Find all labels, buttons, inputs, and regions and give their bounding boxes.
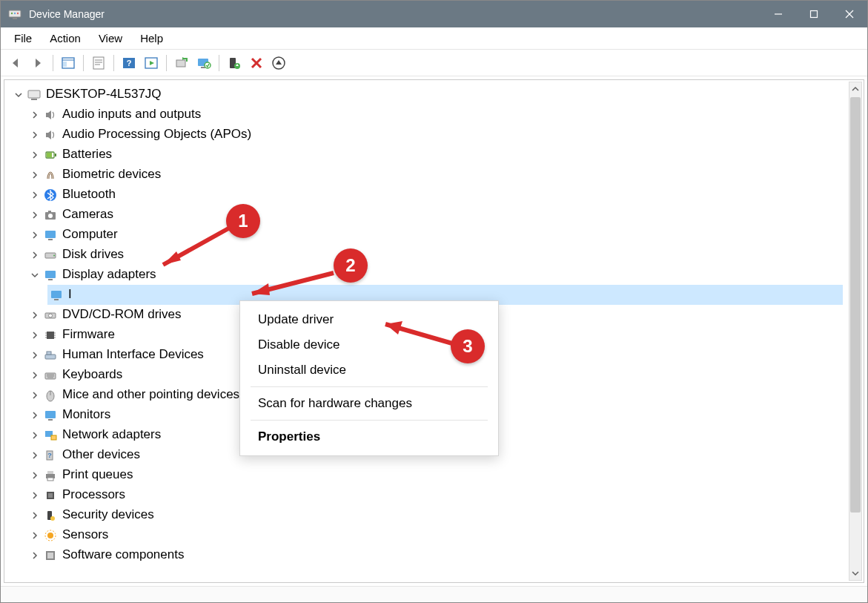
menu-view[interactable]: View <box>90 29 131 47</box>
expand-icon[interactable] <box>28 168 42 182</box>
callout-3: 3 <box>451 329 485 363</box>
tree-item-sensors[interactable]: Sensors <box>28 525 843 545</box>
svg-rect-11 <box>63 62 67 67</box>
keyboard-icon <box>43 368 58 383</box>
expand-icon[interactable] <box>28 389 42 402</box>
tree-item-label: Disk drives <box>62 245 124 264</box>
menu-action[interactable]: Action <box>41 29 90 47</box>
tree-item-biometric[interactable]: Biometric devices <box>28 165 843 185</box>
tree-item-label: Other devices <box>62 445 140 464</box>
scan-hardware-button[interactable] <box>171 53 192 73</box>
show-hide-console-tree-button[interactable] <box>58 53 79 73</box>
action-center-button[interactable] <box>141 53 162 73</box>
tree-item-label: Batteries <box>62 145 112 164</box>
monitor-icon <box>43 228 58 243</box>
scroll-up-button[interactable] <box>849 82 861 96</box>
svg-rect-33 <box>31 99 37 100</box>
svg-rect-41 <box>45 231 56 238</box>
svg-marker-21 <box>182 57 185 60</box>
tree-item-processors[interactable]: Processors <box>28 485 843 505</box>
tree-root[interactable]: DESKTOP-4L537JQ <box>12 85 843 105</box>
expand-icon[interactable] <box>28 329 42 342</box>
tree-item-software-components[interactable]: Software components <box>28 545 843 565</box>
expand-icon[interactable] <box>28 309 42 322</box>
expand-icon[interactable] <box>28 489 42 502</box>
svg-rect-42 <box>48 239 53 240</box>
expand-icon[interactable] <box>28 369 42 382</box>
network-icon <box>43 428 58 443</box>
tree-item-audio-inputs[interactable]: Audio inputs and outputs <box>28 105 843 125</box>
svg-rect-82 <box>47 553 53 558</box>
tree-item-bluetooth[interactable]: Bluetooth <box>28 185 843 205</box>
svg-rect-58 <box>45 355 56 359</box>
expand-icon[interactable] <box>28 208 42 222</box>
expand-icon[interactable] <box>28 128 42 142</box>
display-adapter-icon <box>43 268 58 283</box>
collapse-icon[interactable] <box>28 268 42 282</box>
expand-icon[interactable] <box>28 529 42 542</box>
expand-icon[interactable] <box>28 228 42 242</box>
expand-icon[interactable] <box>28 349 42 362</box>
disable-device-button[interactable] <box>246 53 267 73</box>
svg-marker-19 <box>150 61 154 65</box>
expand-icon[interactable] <box>28 429 42 442</box>
collapse-icon[interactable] <box>12 88 25 102</box>
battery-icon <box>43 148 58 162</box>
tree-item-label: Sensors <box>62 525 108 544</box>
scroll-down-button[interactable] <box>849 567 861 580</box>
expand-icon[interactable] <box>28 188 42 202</box>
back-button[interactable] <box>5 53 26 73</box>
expand-icon[interactable] <box>28 449 42 462</box>
speaker-icon <box>43 108 58 122</box>
help-button[interactable]: ? <box>119 53 139 73</box>
uninstall-device-button[interactable] <box>268 53 289 73</box>
expand-icon[interactable] <box>28 509 42 522</box>
menu-help[interactable]: Help <box>131 29 172 47</box>
menu-file[interactable]: File <box>5 29 41 47</box>
tree-item-apo[interactable]: Audio Processing Objects (APOs) <box>28 125 843 145</box>
tree-item-label: Biometric devices <box>62 165 161 184</box>
toolbar-separator <box>166 55 167 71</box>
speaker-icon <box>43 128 58 142</box>
expand-icon[interactable] <box>28 108 42 122</box>
tree-item-print-queues[interactable]: Print queues <box>28 465 843 485</box>
context-menu-separator <box>251 386 488 387</box>
tree-item-label: Display adapters <box>62 265 156 284</box>
minimize-button[interactable] <box>761 1 796 27</box>
tree-item-batteries[interactable]: Batteries <box>28 145 843 165</box>
statusbar <box>1 586 867 602</box>
tree-item-display-adapters[interactable]: Display adapters <box>28 265 843 285</box>
expand-icon[interactable] <box>28 409 42 422</box>
expand-icon[interactable] <box>28 248 42 262</box>
context-menu-properties[interactable]: Properties <box>240 424 498 449</box>
tree-item-computer[interactable]: Computer <box>28 225 843 245</box>
update-driver-button[interactable] <box>193 53 214 73</box>
menubar: File Action View Help <box>1 27 867 50</box>
callout-2: 2 <box>334 248 368 283</box>
svg-rect-40 <box>48 211 51 212</box>
toolbar-separator <box>219 55 219 71</box>
tree-item-label: Monitors <box>62 405 110 424</box>
vertical-scrollbar[interactable] <box>849 82 862 581</box>
close-button[interactable] <box>832 1 867 27</box>
expand-icon[interactable] <box>28 469 42 482</box>
svg-point-3 <box>14 13 16 14</box>
app-icon <box>8 7 21 21</box>
svg-rect-66 <box>45 411 56 418</box>
expand-icon[interactable] <box>28 549 42 562</box>
properties-button[interactable] <box>88 53 109 73</box>
context-menu-update-driver[interactable]: Update driver <box>240 307 498 332</box>
maximize-button[interactable] <box>796 1 832 27</box>
optical-drive-icon <box>43 308 58 323</box>
chip-icon <box>43 328 58 343</box>
tree-item-security[interactable]: Security devices <box>28 505 843 525</box>
tree-item-disk-drives[interactable]: Disk drives <box>28 245 843 265</box>
forward-button[interactable] <box>27 53 48 73</box>
context-menu-scan-hardware[interactable]: Scan for hardware changes <box>240 391 498 416</box>
scrollbar-thumb[interactable] <box>850 97 861 513</box>
svg-rect-69 <box>51 435 56 440</box>
enable-device-button[interactable] <box>224 53 245 73</box>
tree-item-label: Bluetooth <box>62 185 116 204</box>
expand-icon[interactable] <box>28 148 42 162</box>
tree-item-cameras[interactable]: Cameras <box>28 205 843 225</box>
